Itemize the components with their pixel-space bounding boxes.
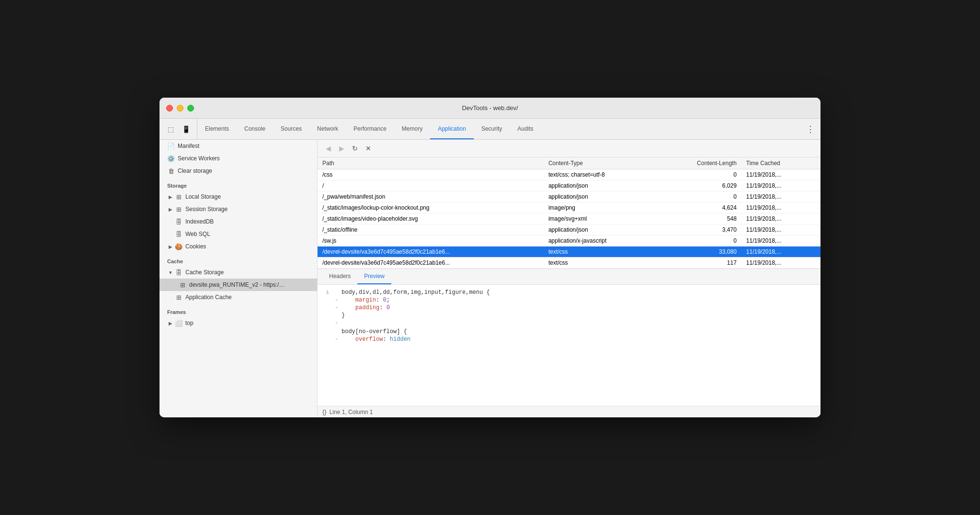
sidebar-label-clear-storage: Clear storage bbox=[178, 168, 212, 174]
sidebar-item-service-workers[interactable]: ⚙️ Service Workers bbox=[160, 152, 317, 165]
websql-expand-spacer bbox=[167, 231, 174, 237]
cell-length: 3,470 bbox=[662, 224, 741, 235]
refresh-button[interactable]: ↻ bbox=[349, 143, 361, 154]
tab-security[interactable]: Security bbox=[474, 119, 510, 139]
tab-application[interactable]: Application bbox=[430, 119, 474, 139]
preview-section: Headers Preview 1 body,div,dl,dd,form,im… bbox=[318, 269, 820, 417]
cell-type: text/css bbox=[544, 258, 662, 269]
cell-time: 11/19/2018,... bbox=[741, 258, 820, 269]
col-header-time: Time Cached bbox=[741, 157, 820, 169]
table-row[interactable]: /_pwa/web/manifest.json application/json… bbox=[318, 191, 820, 202]
tab-console[interactable]: Console bbox=[237, 119, 273, 139]
window-title: DevTools - web.dev/ bbox=[462, 104, 518, 112]
table-row[interactable]: / application/json 6,029 11/19/2018,... bbox=[318, 180, 820, 191]
tabbar: ⬚ 📱 Elements Console Sources Network Per… bbox=[160, 119, 820, 140]
sidebar: 📄 Manifest ⚙️ Service Workers 🗑 Clear st… bbox=[160, 140, 318, 417]
cell-time: 11/19/2018,... bbox=[741, 180, 820, 191]
close-button[interactable] bbox=[166, 105, 173, 112]
back-button[interactable]: ◀ bbox=[322, 143, 334, 154]
web-sql-icon: 🗄 bbox=[175, 230, 182, 238]
traffic-lights bbox=[166, 105, 194, 112]
col-header-length: Content-Length bbox=[662, 157, 741, 169]
storage-section-header: Storage bbox=[160, 177, 317, 190]
sidebar-item-manifest[interactable]: 📄 Manifest bbox=[160, 140, 317, 152]
devtools-tools: ⬚ 📱 bbox=[160, 119, 197, 139]
cell-path: /_static/offline bbox=[318, 224, 544, 235]
cache-storage-icon: 🗄 bbox=[175, 269, 182, 276]
session-storage-icon: ⊞ bbox=[175, 205, 182, 213]
table-row[interactable]: /css text/css; charset=utf-8 0 11/19/201… bbox=[318, 169, 820, 180]
sidebar-item-local-storage[interactable]: ▶ ⊞ Local Storage bbox=[160, 190, 317, 203]
cell-path: /_static/images/lockup-color-knockout.pn… bbox=[318, 202, 544, 213]
cell-path: /_static/images/video-placeholder.svg bbox=[318, 213, 544, 224]
manifest-icon: 📄 bbox=[167, 142, 175, 150]
cookies-expand-icon: ▶ bbox=[167, 243, 174, 250]
cache-entry-icon: ⊞ bbox=[179, 281, 186, 289]
cell-time: 11/19/2018,... bbox=[741, 169, 820, 180]
sidebar-item-top[interactable]: ▶ ⬜ top bbox=[160, 317, 317, 329]
maximize-button[interactable] bbox=[187, 105, 194, 112]
more-tabs-button[interactable]: ⋮ bbox=[800, 119, 820, 139]
cell-path: /devrel-devsite/va3e6d7c495ae58d2f0c21ab… bbox=[318, 246, 544, 258]
tab-performance[interactable]: Performance bbox=[346, 119, 394, 139]
service-workers-icon: ⚙️ bbox=[167, 155, 175, 162]
sidebar-item-cookies[interactable]: ▶ 🍪 Cookies bbox=[160, 240, 317, 253]
table-row[interactable]: /_static/images/lockup-color-knockout.pn… bbox=[318, 202, 820, 213]
code-line-3: - padding: 0 bbox=[318, 304, 820, 312]
application-cache-icon: ⊞ bbox=[175, 293, 182, 301]
cell-time: 11/19/2018,... bbox=[741, 224, 820, 235]
line-minus: - bbox=[335, 336, 342, 343]
tab-network[interactable]: Network bbox=[309, 119, 346, 139]
sidebar-label-indexeddb: IndexedDB bbox=[185, 218, 214, 225]
titlebar: DevTools - web.dev/ bbox=[160, 98, 820, 119]
device-tool[interactable]: 📱 bbox=[180, 123, 192, 135]
table-row[interactable]: /_static/images/video-placeholder.svg im… bbox=[318, 213, 820, 224]
preview-tab-headers[interactable]: Headers bbox=[322, 269, 357, 284]
table-row[interactable]: /devrel-devsite/va3e6d7c495ae58d2f0c21ab… bbox=[318, 246, 820, 258]
cell-type: text/css; charset=utf-8 bbox=[544, 169, 662, 180]
tab-audits[interactable]: Audits bbox=[510, 119, 541, 139]
line-minus: - bbox=[335, 320, 342, 326]
local-storage-expand-icon: ▶ bbox=[167, 193, 174, 200]
cell-time: 11/19/2018,... bbox=[741, 191, 820, 202]
sidebar-item-web-sql[interactable]: 🗄 Web SQL bbox=[160, 228, 317, 240]
sidebar-label-cache-entry: devsite.pwa_RUNTIME_v2 - https://web.c bbox=[189, 281, 285, 288]
clear-button[interactable]: ✕ bbox=[363, 143, 374, 154]
sidebar-item-cache-entry[interactable]: ⊞ devsite.pwa_RUNTIME_v2 - https://web.c bbox=[160, 279, 317, 291]
devtools-window: DevTools - web.dev/ ⬚ 📱 Elements Console… bbox=[160, 98, 820, 417]
cursor-tool[interactable]: ⬚ bbox=[164, 123, 177, 135]
sidebar-item-application-cache[interactable]: ⊞ Application Cache bbox=[160, 291, 317, 303]
sidebar-label-cache-storage: Cache Storage bbox=[185, 269, 224, 276]
line-minus: - bbox=[335, 304, 342, 311]
cell-type: application/json bbox=[544, 224, 662, 235]
cache-section-header: Cache bbox=[160, 253, 317, 266]
preview-content: 1 body,div,dl,dd,form,img,input,figure,m… bbox=[318, 285, 820, 406]
sidebar-label-web-sql: Web SQL bbox=[185, 231, 210, 237]
cell-length: 33,080 bbox=[662, 246, 741, 258]
tab-elements[interactable]: Elements bbox=[197, 119, 237, 139]
table-row[interactable]: /devrel-devsite/va3e6d7c495ae58d2f0c21ab… bbox=[318, 258, 820, 269]
cell-length: 117 bbox=[662, 258, 741, 269]
minimize-button[interactable] bbox=[177, 105, 183, 112]
sidebar-label-service-workers: Service Workers bbox=[178, 155, 220, 162]
code-line-8: - overflow: hidden bbox=[318, 336, 820, 343]
cell-type: image/png bbox=[544, 202, 662, 213]
tab-memory[interactable]: Memory bbox=[394, 119, 430, 139]
table-row[interactable]: /sw.js application/x-javascript 0 11/19/… bbox=[318, 235, 820, 246]
status-text: Line 1, Column 1 bbox=[330, 409, 373, 415]
sidebar-item-indexeddb[interactable]: 🗄 IndexedDB bbox=[160, 215, 317, 228]
tab-sources[interactable]: Sources bbox=[273, 119, 309, 139]
forward-button[interactable]: ▶ bbox=[336, 143, 347, 154]
line-number: 1 bbox=[318, 290, 335, 295]
cell-path: /_pwa/web/manifest.json bbox=[318, 191, 544, 202]
line-minus: - bbox=[335, 297, 342, 303]
sidebar-item-session-storage[interactable]: ▶ ⊞ Session Storage bbox=[160, 203, 317, 215]
content-area: ◀ ▶ ↻ ✕ Path Content-Type Content-Length… bbox=[318, 140, 820, 417]
preview-tab-preview[interactable]: Preview bbox=[357, 269, 391, 284]
sidebar-item-cache-storage[interactable]: ▼ 🗄 Cache Storage bbox=[160, 266, 317, 279]
table-row[interactable]: /_static/offline application/json 3,470 … bbox=[318, 224, 820, 235]
clear-storage-icon: 🗑 bbox=[167, 167, 175, 175]
code-line-5: - bbox=[318, 319, 820, 327]
sidebar-item-clear-storage[interactable]: 🗑 Clear storage bbox=[160, 165, 317, 177]
preview-tabs: Headers Preview bbox=[318, 269, 820, 285]
